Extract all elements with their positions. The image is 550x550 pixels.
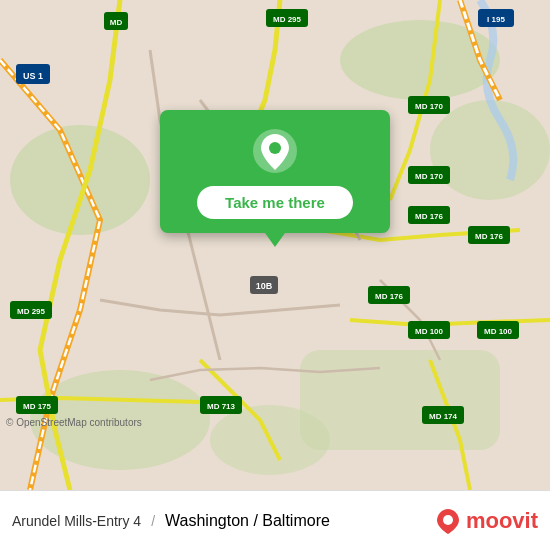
moovit-logo: moovit <box>434 507 538 535</box>
footer-location-region: Washington / Baltimore <box>165 512 330 530</box>
svg-text:MD 170: MD 170 <box>415 102 444 111</box>
svg-text:MD: MD <box>110 18 123 27</box>
map-attribution: © OpenStreetMap contributors <box>6 417 142 428</box>
footer-location-name: Arundel Mills-Entry 4 <box>12 513 141 529</box>
svg-text:MD 100: MD 100 <box>415 327 444 336</box>
svg-text:MD 295: MD 295 <box>273 15 302 24</box>
svg-text:MD 100: MD 100 <box>484 327 513 336</box>
footer-bar: Arundel Mills-Entry 4 / Washington / Bal… <box>0 490 550 550</box>
svg-text:MD 176: MD 176 <box>415 212 444 221</box>
svg-rect-4 <box>300 350 500 450</box>
svg-text:MD 713: MD 713 <box>207 402 236 411</box>
moovit-logo-icon <box>434 507 462 535</box>
svg-text:MD 174: MD 174 <box>429 412 458 421</box>
svg-text:MD 175: MD 175 <box>23 402 52 411</box>
svg-text:I 195: I 195 <box>487 15 505 24</box>
svg-text:US 1: US 1 <box>23 71 43 81</box>
svg-point-41 <box>443 515 453 525</box>
map-container: US 1 MD MD 295 I 195 MD 170 MD 170 MD 17… <box>0 0 550 490</box>
footer-divider: / <box>151 513 155 529</box>
svg-point-40 <box>269 142 281 154</box>
svg-point-3 <box>430 100 550 200</box>
svg-text:MD 176: MD 176 <box>375 292 404 301</box>
moovit-brand-label: moovit <box>466 508 538 534</box>
svg-text:MD 176: MD 176 <box>475 232 504 241</box>
svg-text:MD 295: MD 295 <box>17 307 46 316</box>
location-pin-icon <box>250 126 300 176</box>
svg-text:10B: 10B <box>256 281 273 291</box>
svg-point-2 <box>340 20 500 100</box>
take-me-there-button[interactable]: Take me there <box>197 186 353 219</box>
svg-text:MD 170: MD 170 <box>415 172 444 181</box>
location-card: Take me there <box>160 110 390 233</box>
